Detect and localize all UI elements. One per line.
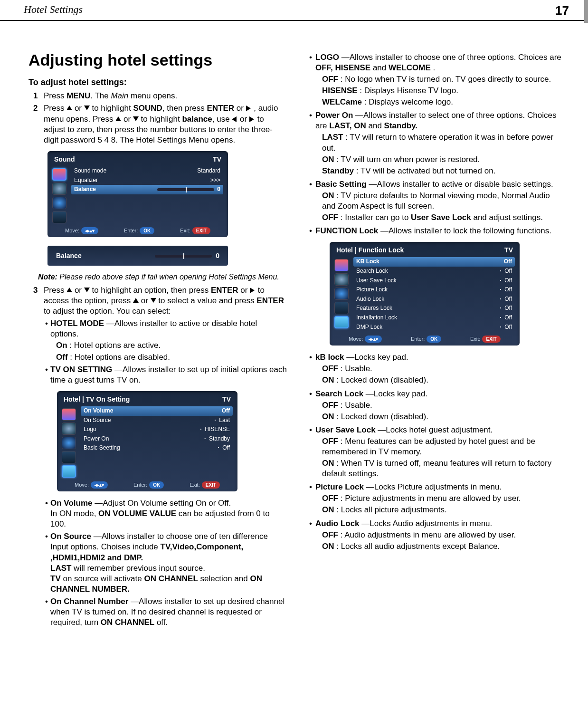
osd-icon xyxy=(334,288,349,300)
right-icon xyxy=(249,116,255,122)
left-icon xyxy=(232,116,237,122)
down-icon xyxy=(84,288,90,293)
balance-bar: Balance 0 xyxy=(47,246,228,266)
page-header: Hotel Settings 17 xyxy=(0,0,588,21)
osd-icon xyxy=(334,302,349,314)
osd-icon xyxy=(52,182,66,195)
osd-items: Sound modeStandardEqualizer>>>Balance 0 xyxy=(71,166,223,223)
up-icon xyxy=(66,288,72,293)
page-title: Adjusting hotel settings xyxy=(28,49,287,70)
up-icon xyxy=(66,106,72,111)
header-title: Hotel Settings xyxy=(24,3,83,19)
osd-icon xyxy=(62,451,76,463)
intro: To adjust hotel settings: xyxy=(28,77,287,88)
up-icon xyxy=(133,298,139,304)
step-2: 2 Press or to highlight SOUND, then pres… xyxy=(33,103,287,145)
osd-icon xyxy=(62,422,76,435)
down-icon xyxy=(84,106,90,111)
step-3: 3 Press or to highlight an option, then … xyxy=(33,285,287,317)
page-number: 17 xyxy=(555,3,569,19)
down-icon xyxy=(133,116,139,122)
left-column: Adjusting hotel settings To adjust hotel… xyxy=(28,49,287,628)
osd-icon xyxy=(52,211,66,223)
right-icon xyxy=(250,288,256,293)
osd-icon xyxy=(62,465,76,478)
osd-icon xyxy=(334,316,349,328)
osd-items: On VolumeOffOn Source· LastLogo· HISENSE… xyxy=(81,406,233,478)
osd-icon xyxy=(334,273,349,286)
note: Note: Please redo above step if fail whe… xyxy=(38,272,287,282)
osd-sound-menu: SoundTV Sound modeStandardEqualizer>>>Ba… xyxy=(47,151,228,237)
osd-icon xyxy=(52,168,66,181)
osd-function-lock: Hotel | Function LockTV KB LockOffSearch… xyxy=(330,242,520,346)
right-icon xyxy=(246,106,252,111)
osd-icon xyxy=(62,437,76,449)
step-1: 1 Press MENU. The Main menu opens. xyxy=(33,91,287,101)
osd-icon xyxy=(62,408,76,421)
osd-tv-on-setting: Hotel | TV On SettingTV On VolumeOffOn S… xyxy=(57,391,237,491)
osd-icon xyxy=(52,197,66,209)
right-column: •LOGO —Allows installer to choose one of… xyxy=(306,49,564,628)
side-marker xyxy=(584,0,588,23)
osd-icon xyxy=(334,259,349,271)
down-icon xyxy=(151,298,156,304)
osd-items: KB LockOffSearch Lock· OffUser Save Lock… xyxy=(353,257,515,332)
up-icon xyxy=(115,116,121,122)
